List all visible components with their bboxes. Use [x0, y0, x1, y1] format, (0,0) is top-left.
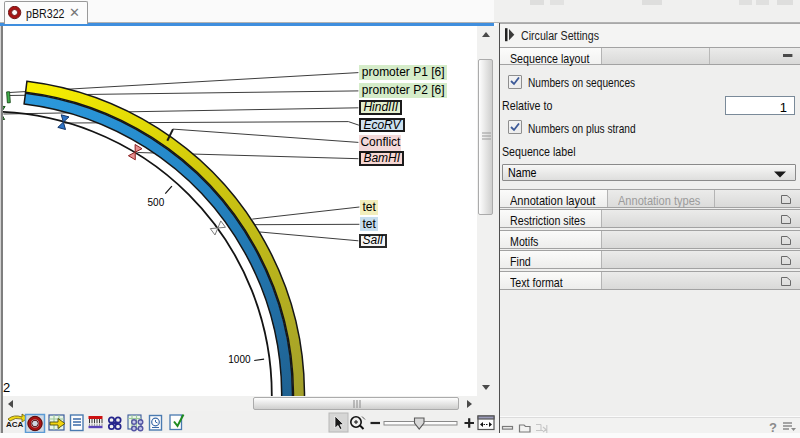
svg-text:2: 2 [3, 380, 10, 395]
svg-text:ACA: ACA [6, 420, 24, 429]
svg-text:500: 500 [147, 197, 164, 208]
svg-text:1000: 1000 [228, 354, 251, 365]
